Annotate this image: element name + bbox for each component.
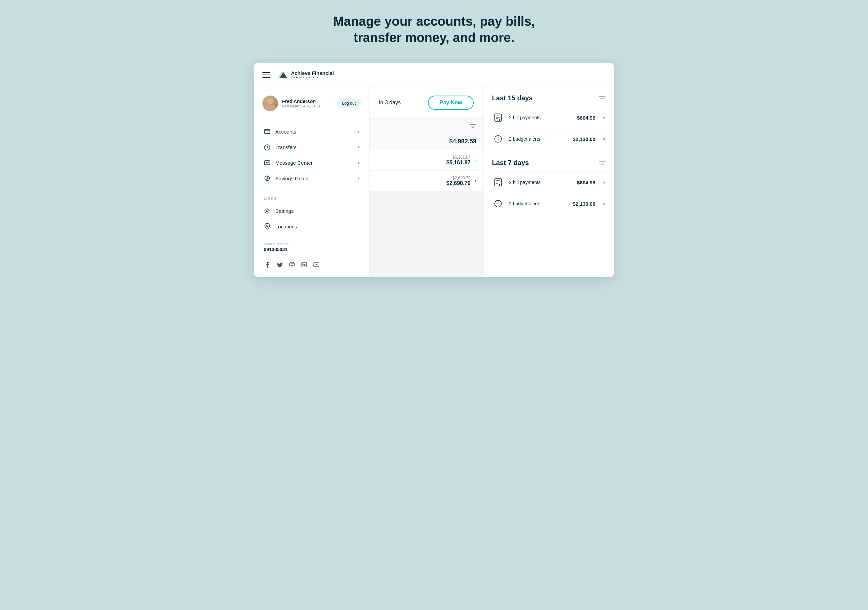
activity-15-budget-amount: $2,130.00 xyxy=(573,136,595,142)
settings-label: Settings xyxy=(275,208,360,214)
payment-panel: in 3 days Pay Now xyxy=(370,87,483,118)
account-primary-2: $2,690.79 xyxy=(446,180,470,186)
activity-15-budget-expand[interactable]: ▾ xyxy=(603,136,606,142)
activity-15-bills-amount: $604.99 xyxy=(577,115,595,121)
logo-area: Achieve Financial CREDIT UNION xyxy=(276,69,334,81)
account-arrow-1: › xyxy=(475,157,476,163)
youtube-icon[interactable] xyxy=(313,261,320,268)
routing-section: Routing Number 091305031 xyxy=(254,237,369,257)
hero-section: Manage your accounts, pay bills, transfe… xyxy=(333,14,535,46)
accounts-chevron: ▾ xyxy=(358,130,360,134)
bill-icon-15 xyxy=(492,111,504,124)
sidebar-item-settings[interactable]: Settings xyxy=(254,203,369,218)
budget-icon-7 xyxy=(492,198,504,210)
accounts-filter-icon[interactable] xyxy=(470,123,476,129)
sidebar-item-transfers[interactable]: Transfers ▾ xyxy=(254,139,369,155)
activity-15-bills-expand[interactable]: ▾ xyxy=(603,115,606,121)
activity-15-budget: 2 budget alerts $2,130.00 ▾ xyxy=(492,128,606,149)
sidebar-item-accounts[interactable]: Accounts ▾ xyxy=(254,124,369,139)
activity-7-bills: 2 bill payments $604.99 ▾ xyxy=(492,172,606,193)
transfers-chevron: ▾ xyxy=(358,145,360,149)
twitter-icon[interactable] xyxy=(276,261,284,268)
account-row-2[interactable]: $2,690.79 $2,690.79 › xyxy=(370,170,483,191)
account-secondary-1: $5,161.87 xyxy=(446,155,470,159)
user-section: Fred Anderson Last login: 9 AUG 2021 Log… xyxy=(254,96,369,118)
payment-due-text: in 3 days xyxy=(379,100,423,106)
activity-15-filter[interactable] xyxy=(599,96,606,101)
logo-icon xyxy=(276,69,288,81)
instagram-icon[interactable] xyxy=(288,261,296,268)
messages-icon xyxy=(264,159,271,166)
activity-7-header: Last 7 days xyxy=(492,159,606,167)
savings-label: Savings Goals xyxy=(275,175,353,181)
svg-point-25 xyxy=(498,140,498,141)
transfers-icon xyxy=(264,144,271,150)
activity-7-title: Last 7 days xyxy=(492,159,529,167)
svg-point-34 xyxy=(498,205,498,206)
activity-7-bills-amount: $604.99 xyxy=(577,180,595,185)
logo-text: Achieve Financial CREDIT UNION xyxy=(291,71,334,79)
pay-now-button[interactable]: Pay Now xyxy=(428,96,474,110)
body-layout: Fred Anderson Last login: 9 AUG 2021 Log… xyxy=(254,87,614,277)
activity-7-filter[interactable] xyxy=(599,160,606,166)
activity-7-budget-expand[interactable]: ▾ xyxy=(603,201,606,207)
activity-last-15: Last 15 days xyxy=(492,94,606,149)
svg-rect-3 xyxy=(265,130,270,131)
account-row-1[interactable]: $5,161.87 $5,161.87 › xyxy=(370,150,483,170)
logout-button[interactable]: Log out xyxy=(337,99,361,108)
svg-rect-20 xyxy=(495,114,501,121)
activity-7-budget-amount: $2,130.00 xyxy=(573,201,595,207)
hamburger-menu[interactable] xyxy=(262,72,270,78)
hero-title-line2: transfer money, and more. xyxy=(353,31,515,45)
sidebar: Fred Anderson Last login: 9 AUG 2021 Log… xyxy=(254,87,370,277)
accounts-header xyxy=(370,119,483,133)
logo-sub: CREDIT UNION xyxy=(291,76,334,79)
svg-rect-8 xyxy=(290,262,294,267)
linkedin-icon[interactable] xyxy=(301,261,308,268)
sidebar-item-messages[interactable]: Message Center ▾ xyxy=(254,155,369,170)
activity-7-budget: 2 budget alerts $2,130.00 ▾ xyxy=(492,193,606,214)
user-last-login: Last login: 9 AUG 2021 xyxy=(282,104,333,108)
hero-title-line1: Manage your accounts, pay bills, xyxy=(333,14,535,28)
account-amounts-2: $2,690.79 $2,690.79 xyxy=(446,175,470,186)
links-section: LINKS Settings xyxy=(254,194,369,237)
activity-15-bills: 2 bill payments $604.99 ▾ xyxy=(492,107,606,128)
account-amounts-1: $5,161.87 $5,161.87 xyxy=(446,155,470,166)
svg-point-7 xyxy=(267,225,268,227)
transfers-label: Transfers xyxy=(275,144,353,150)
account-arrow-2: › xyxy=(475,178,476,184)
locations-label: Locations xyxy=(275,224,360,229)
accounts-label: Accounts xyxy=(275,129,353,135)
routing-label: Routing Number xyxy=(264,242,360,246)
svg-rect-29 xyxy=(495,179,501,186)
savings-chevron: ▾ xyxy=(358,176,360,181)
accounts-panel: $4,982.59 $5,161.87 $5,161.87 › xyxy=(370,119,483,191)
settings-icon xyxy=(264,207,271,214)
facebook-icon[interactable] xyxy=(264,261,271,268)
links-label: LINKS xyxy=(254,197,369,203)
account-total-row: $4,982.59 xyxy=(370,133,483,150)
activity-last-7: Last 7 days xyxy=(492,159,606,214)
messages-chevron: ▾ xyxy=(358,161,360,165)
activity-7-bills-label: 2 bill payments xyxy=(509,180,572,185)
nav-section: Accounts ▾ Transfers ▾ xyxy=(254,121,369,194)
svg-point-10 xyxy=(293,263,294,264)
activity-panel: Last 15 days xyxy=(484,87,614,277)
sidebar-item-savings[interactable]: Savings Goals ▾ xyxy=(254,170,369,186)
account-total-amounts: $4,982.59 xyxy=(449,138,476,145)
account-total-value: $4,982.59 xyxy=(449,138,476,145)
account-primary-1: $5,161.87 xyxy=(446,159,470,166)
sidebar-item-locations[interactable]: Locations xyxy=(254,218,369,234)
accounts-icon xyxy=(264,128,271,135)
messages-label: Message Center xyxy=(275,160,353,166)
app-window: Achieve Financial CREDIT UNION Fred Ande… xyxy=(254,63,614,277)
bill-icon-7 xyxy=(492,176,504,189)
activity-15-title: Last 15 days xyxy=(492,94,533,102)
user-name: Fred Anderson xyxy=(282,99,333,104)
svg-point-9 xyxy=(291,264,293,266)
logo-brand: Achieve Financial xyxy=(291,71,334,76)
activity-7-bills-expand[interactable]: ▾ xyxy=(603,179,606,186)
activity-15-budget-label: 2 budget alerts xyxy=(509,136,568,142)
activity-15-bills-label: 2 bill payments xyxy=(509,115,572,120)
activity-7-budget-label: 2 budget alerts xyxy=(509,201,568,206)
